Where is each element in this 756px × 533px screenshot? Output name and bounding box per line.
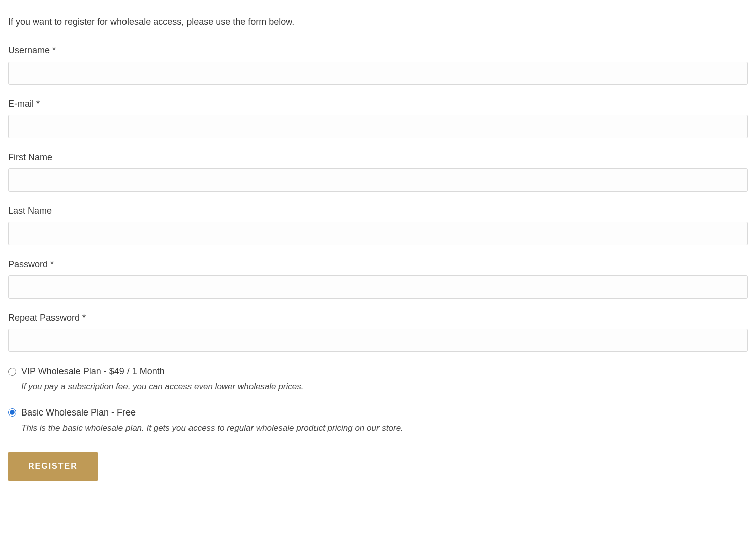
email-input[interactable] (8, 115, 748, 138)
password-input[interactable] (8, 275, 748, 299)
first-name-label: First Name (8, 151, 748, 164)
repeat-password-label: Repeat Password * (8, 311, 748, 325)
email-label: E-mail * (8, 97, 748, 111)
first-name-input[interactable] (8, 168, 748, 192)
field-last-name: Last Name (8, 204, 748, 245)
basic-plan-radio[interactable] (8, 408, 16, 417)
username-input[interactable] (8, 62, 748, 85)
vip-plan-radio[interactable] (8, 368, 16, 376)
form-intro-text: If you want to register for wholesale ac… (8, 15, 748, 29)
field-username: Username * (8, 44, 748, 85)
last-name-input[interactable] (8, 222, 748, 245)
username-label: Username * (8, 44, 748, 57)
vip-plan-description: If you pay a subscription fee, you can a… (21, 380, 748, 393)
field-email: E-mail * (8, 97, 748, 138)
basic-plan-label[interactable]: Basic Wholesale Plan - Free (21, 406, 136, 420)
submit-row: REGISTER (8, 452, 748, 481)
plan-option-basic: Basic Wholesale Plan - Free This is the … (8, 406, 748, 435)
basic-plan-description: This is the basic wholesale plan. It get… (21, 422, 748, 435)
last-name-label: Last Name (8, 204, 748, 218)
field-password: Password * (8, 258, 748, 299)
vip-plan-label[interactable]: VIP Wholesale Plan - $49 / 1 Month (21, 365, 165, 378)
plan-option-vip: VIP Wholesale Plan - $49 / 1 Month If yo… (8, 365, 748, 393)
repeat-password-input[interactable] (8, 329, 748, 352)
password-label: Password * (8, 258, 748, 271)
register-button[interactable]: REGISTER (8, 452, 98, 481)
wholesale-register-form: If you want to register for wholesale ac… (8, 15, 748, 481)
field-first-name: First Name (8, 151, 748, 192)
field-repeat-password: Repeat Password * (8, 311, 748, 352)
